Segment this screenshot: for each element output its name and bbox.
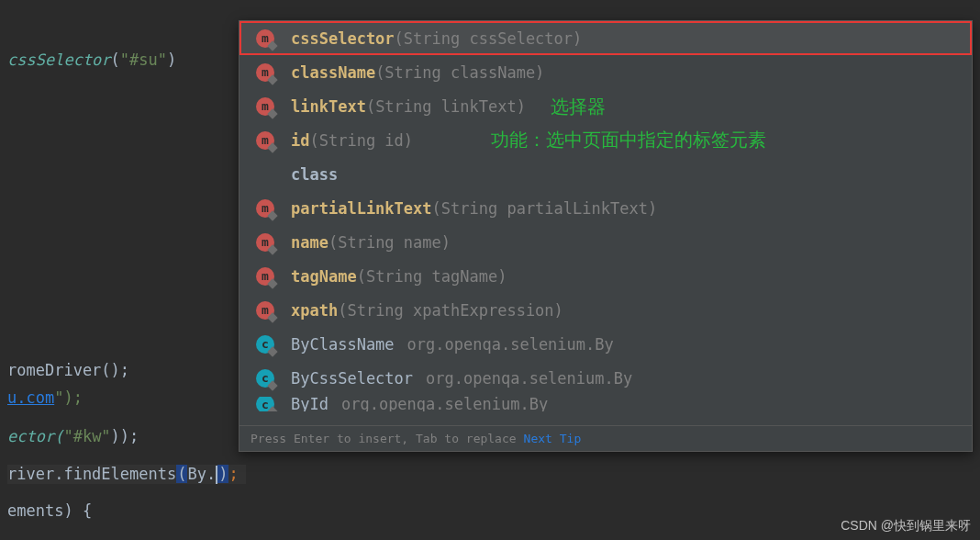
code-line-current[interactable]: river.findElements(By.);	[7, 465, 246, 484]
annotation-selector: 选择器	[551, 95, 606, 119]
autocomplete-popup[interactable]: m cssSelector (String cssSelector) m cla…	[239, 20, 973, 452]
watermark: CSDN @快到锅里来呀	[841, 518, 971, 534]
code-line-rome: romeDriver();	[7, 361, 129, 379]
method-icon: m	[256, 131, 274, 150]
code-line-ements: ements) {	[7, 501, 92, 520]
annotation-function: 功能：选中页面中指定的标签元素	[491, 128, 766, 152]
code-line-ector: ector("#kw"));	[7, 427, 139, 445]
method-icon: m	[256, 29, 274, 48]
popup-item-ByCssSelector[interactable]: c ByCssSelector org.openqa.selenium.By	[239, 361, 972, 395]
method-icon: m	[256, 233, 274, 252]
popup-item-tagName[interactable]: m tagName (String tagName)	[239, 259, 972, 293]
code-line-1: cssSelector("#su")	[7, 51, 176, 69]
method-icon: m	[256, 267, 274, 286]
popup-item-xpath[interactable]: m xpath (String xpathExpression)	[239, 293, 972, 327]
next-tip-link[interactable]: Next Tip	[524, 432, 582, 445]
footer-hint: Press Enter to insert, Tab to replace	[251, 432, 517, 445]
popup-item-ByClassName[interactable]: c ByClassName org.openqa.selenium.By	[239, 327, 972, 361]
popup-item-partialLinkText[interactable]: m partialLinkText (String partialLinkTex…	[239, 191, 972, 225]
class-icon: c	[256, 395, 274, 413]
class-icon: c	[256, 335, 274, 354]
popup-item-class[interactable]: class	[239, 157, 972, 191]
method-icon: m	[256, 301, 274, 320]
method-icon: m	[256, 63, 274, 82]
popup-item-className[interactable]: m className (String className)	[239, 55, 972, 89]
popup-item-linkText[interactable]: m linkText (String linkText)	[239, 89, 972, 123]
class-icon: c	[256, 369, 274, 388]
popup-item-ById[interactable]: c ById org.openqa.selenium.By	[239, 395, 972, 413]
method-icon: m	[256, 97, 274, 116]
method-icon: m	[256, 199, 274, 218]
popup-item-name[interactable]: m name (String name)	[239, 225, 972, 259]
code-line-ucom: u.com");	[7, 388, 83, 407]
popup-item-cssSelector[interactable]: m cssSelector (String cssSelector)	[239, 21, 972, 55]
popup-footer: Press Enter to insert, Tab to replace Ne…	[239, 425, 972, 451]
